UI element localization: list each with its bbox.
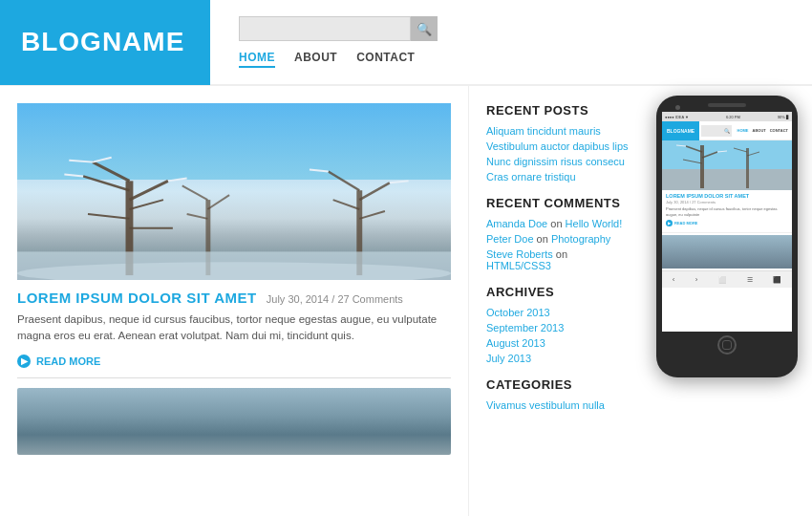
phone-screen: ●●●● IDEA ▼ 6:20 PM 90% ▊ BLOGNAME 🔍 HOM… bbox=[662, 112, 792, 332]
svg-line-21 bbox=[310, 170, 329, 172]
comment-3: Steve Roberts on HTML5/CSS3 bbox=[486, 248, 632, 271]
svg-rect-32 bbox=[746, 148, 749, 188]
phone-nav-contact[interactable]: CONTACT bbox=[770, 128, 788, 133]
nav: HOME ABOUT CONTACT bbox=[239, 51, 812, 68]
featured-image bbox=[17, 103, 451, 280]
phone-battery: 90% ▊ bbox=[778, 115, 789, 119]
svg-line-9 bbox=[93, 158, 112, 162]
nav-contact[interactable]: CONTACT bbox=[356, 51, 415, 68]
phone-tabs-icon[interactable]: ☰ bbox=[747, 276, 753, 284]
svg-rect-25 bbox=[662, 169, 792, 190]
phone-share-icon[interactable]: ⬜ bbox=[718, 276, 727, 284]
svg-line-19 bbox=[333, 200, 360, 209]
comment-1: Amanda Doe on Hello World! bbox=[486, 218, 632, 229]
phone-time: 6:20 PM bbox=[726, 115, 740, 119]
phone-divider bbox=[662, 232, 792, 233]
archive-4[interactable]: July 2013 bbox=[486, 353, 632, 364]
categories-title: CATEGORIES bbox=[486, 377, 632, 392]
nav-home[interactable]: HOME bbox=[239, 51, 275, 68]
recent-comments-title: RECENT COMMENTS bbox=[486, 196, 632, 210]
recent-posts-title: RECENT POSTS bbox=[486, 103, 632, 118]
post-title: LOREM IPSUM DOLOR SIT AMET bbox=[17, 290, 257, 306]
post-divider bbox=[17, 377, 451, 378]
phone-post-text: Praesent dapibus, neque id cursus faucib… bbox=[662, 206, 792, 220]
nav-about[interactable]: ABOUT bbox=[294, 51, 337, 68]
read-more-link[interactable]: ▶ READ MORE bbox=[17, 355, 451, 368]
phone-nav-about[interactable]: ABOUT bbox=[753, 128, 766, 133]
phone-read-more-arrow: ▶ bbox=[666, 220, 673, 226]
comment-2-link[interactable]: Photography bbox=[551, 233, 610, 245]
phone-back-icon[interactable]: ‹ bbox=[673, 275, 675, 284]
recent-post-3[interactable]: Nunc dignissim risus consecu bbox=[486, 156, 632, 167]
svg-line-4 bbox=[129, 181, 167, 200]
phone-nav: HOME ABOUT CONTACT bbox=[734, 128, 793, 133]
phone-forward-icon[interactable]: › bbox=[695, 275, 698, 284]
post-excerpt: Praesent dapibus, neque id cursus faucib… bbox=[17, 312, 451, 345]
svg-line-8 bbox=[69, 161, 93, 162]
post-meta: LOREM IPSUM DOLOR SIT AMET July 30, 2014… bbox=[17, 290, 451, 306]
recent-post-1[interactable]: Aliquam tincidunt mauris bbox=[486, 125, 632, 137]
sidebar: RECENT POSTS Aliquam tincidunt mauris Ve… bbox=[468, 86, 650, 516]
phone-camera-icon bbox=[675, 105, 680, 110]
post-date: July 30, 2014 / 27 Comments bbox=[267, 293, 403, 305]
comment-3-link[interactable]: HTML5/CSS3 bbox=[486, 260, 551, 271]
svg-line-10 bbox=[64, 174, 83, 176]
search-icon: 🔍 bbox=[417, 22, 432, 36]
phone-post-title: LOREM IPSUM DOLOR SIT AMET bbox=[662, 190, 792, 200]
category-1[interactable]: Vivamus vestibulum nulla bbox=[486, 399, 632, 411]
second-post-image bbox=[17, 388, 451, 455]
phone-nav-home[interactable]: HOME bbox=[737, 128, 749, 133]
archive-1[interactable]: October 2013 bbox=[486, 307, 632, 318]
phone-search-icon: 🔍 bbox=[724, 128, 730, 134]
phone-read-more-label: READ MORE bbox=[674, 221, 697, 226]
comment-2-author: Peter Doe bbox=[486, 233, 534, 245]
phone-search[interactable]: 🔍 bbox=[701, 125, 731, 137]
svg-rect-23 bbox=[17, 251, 451, 280]
comment-1-author: Amanda Doe bbox=[486, 218, 547, 229]
archive-2[interactable]: September 2013 bbox=[486, 322, 632, 333]
svg-line-22 bbox=[390, 181, 409, 183]
phone-second-image bbox=[662, 235, 792, 269]
recent-post-2[interactable]: Vestibulum auctor dapibus lips bbox=[486, 140, 632, 152]
phone-home-button[interactable] bbox=[717, 335, 737, 355]
svg-line-14 bbox=[207, 195, 229, 209]
svg-line-2 bbox=[93, 162, 129, 182]
svg-line-11 bbox=[168, 178, 187, 181]
archive-3[interactable]: August 2013 bbox=[486, 337, 632, 349]
phone-signal: ●●●● IDEA ▼ bbox=[665, 115, 689, 119]
phone-home-inner bbox=[722, 340, 732, 350]
phone-read-more[interactable]: ▶ READ MORE bbox=[662, 220, 792, 230]
phone-speaker bbox=[708, 103, 746, 107]
svg-line-20 bbox=[359, 211, 385, 219]
header-right: 🔍 HOME ABOUT CONTACT bbox=[210, 16, 812, 68]
phone: ●●●● IDEA ▼ 6:20 PM 90% ▊ BLOGNAME 🔍 HOM… bbox=[656, 96, 798, 377]
archives-section: ARCHIVES October 2013 September 2013 Aug… bbox=[486, 285, 632, 364]
read-more-arrow-icon: ▶ bbox=[17, 355, 31, 368]
header: BLOGNAME 🔍 HOME ABOUT CONTACT bbox=[0, 0, 812, 86]
comment-3-author: Steve Roberts bbox=[486, 248, 553, 260]
read-more-label: READ MORE bbox=[36, 355, 100, 367]
svg-line-13 bbox=[182, 185, 208, 200]
phone-header: BLOGNAME 🔍 HOME ABOUT CONTACT bbox=[662, 121, 792, 140]
recent-comments-section: RECENT COMMENTS Amanda Doe on Hello Worl… bbox=[486, 196, 632, 271]
main-area: LOREM IPSUM DOLOR SIT AMET July 30, 2014… bbox=[0, 86, 812, 516]
blog-section: LOREM IPSUM DOLOR SIT AMET July 30, 2014… bbox=[0, 86, 468, 516]
svg-line-6 bbox=[88, 214, 129, 219]
recent-post-4[interactable]: Cras ornare tristiqu bbox=[486, 171, 632, 183]
recent-posts-section: RECENT POSTS Aliquam tincidunt mauris Ve… bbox=[486, 103, 632, 183]
svg-line-17 bbox=[329, 172, 360, 191]
phone-post-date: July 30, 2014 / 27 Comments bbox=[662, 200, 792, 206]
phone-bookmarks-icon[interactable]: ⬛ bbox=[773, 276, 781, 284]
logo-text: BLOGNAME bbox=[21, 27, 184, 57]
svg-line-18 bbox=[359, 183, 390, 200]
svg-line-5 bbox=[129, 200, 163, 209]
svg-line-15 bbox=[187, 214, 208, 219]
phone-bottom-bar: ‹ › ⬜ ☰ ⬛ bbox=[662, 270, 792, 288]
search-input[interactable] bbox=[239, 16, 411, 41]
categories-section: CATEGORIES Vivamus vestibulum nulla bbox=[486, 377, 632, 411]
archives-title: ARCHIVES bbox=[486, 285, 632, 299]
search-button[interactable]: 🔍 bbox=[411, 16, 438, 41]
phone-mockup: ●●●● IDEA ▼ 6:20 PM 90% ▊ BLOGNAME 🔍 HOM… bbox=[650, 86, 812, 516]
comment-1-link[interactable]: Hello World! bbox=[566, 218, 623, 229]
logo-block: BLOGNAME bbox=[0, 0, 210, 85]
